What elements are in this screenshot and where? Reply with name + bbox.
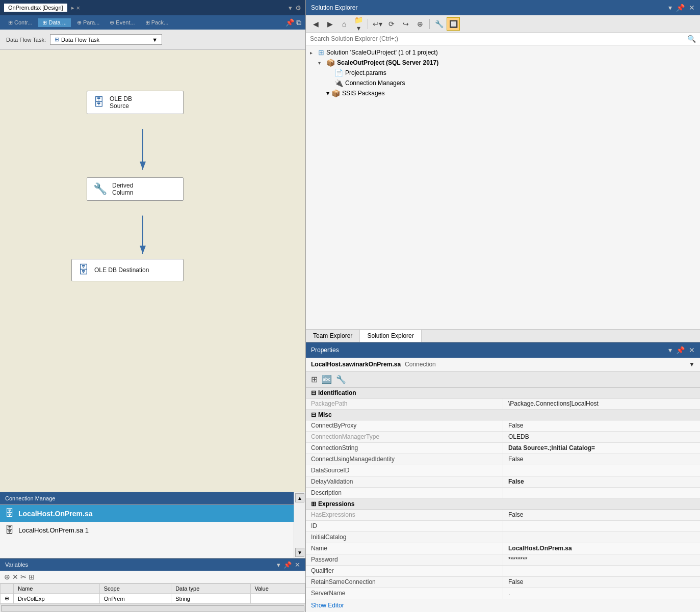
tab-team-explorer[interactable]: Team Explorer: [306, 330, 360, 342]
vars-close-icon[interactable]: ✕: [295, 561, 300, 569]
vars-col-scope: Scope: [99, 584, 171, 594]
sol-close-icon[interactable]: ✕: [689, 4, 695, 12]
conn-scrollbar[interactable]: ▲ ▼: [294, 492, 305, 558]
tree-chevron-packages: ▾: [326, 90, 329, 97]
params-icon: 📄: [334, 69, 343, 77]
sol-forward-btn[interactable]: ▶: [323, 17, 336, 31]
task-select[interactable]: ⊞ Data Flow Task ▼: [50, 34, 162, 45]
props-object-name: LocalHost.sawinarkOnPrem.sa: [311, 361, 401, 368]
db-icon-1: 🗄: [5, 525, 14, 536]
title-bar: OnPrem.dtsx [Design] ▸ × ▾ ⚙: [0, 0, 305, 15]
active-tab-title[interactable]: OnPrem.dtsx [Design]: [4, 4, 67, 12]
node-ole-db-destination[interactable]: 🗄 OLE DB Destination: [71, 259, 184, 281]
tree-root[interactable]: ▸ ⊞ Solution 'ScaleOutProject' (1 of 1 p…: [306, 47, 700, 58]
vars-row-scope: OnPrem: [99, 594, 171, 604]
sol-undo-btn[interactable]: ↩▾: [371, 17, 384, 31]
node-ole-db-source[interactable]: 🗄 OLE DB Source: [87, 91, 184, 114]
props-close-icon[interactable]: ✕: [689, 346, 695, 354]
tab-parameters[interactable]: ⊕ Para...: [73, 18, 103, 27]
design-canvas: 🗄 OLE DB Source 🔧 Derived Column 🗄 OLE D…: [0, 50, 305, 492]
tab-data-flow[interactable]: ⊞ Data ...: [38, 18, 70, 27]
props-title: Properties: [311, 347, 668, 354]
tab-window-icon[interactable]: ⧉: [296, 18, 301, 27]
tab-package-explorer[interactable]: ⊞ Pack...: [141, 18, 173, 27]
props-row-description: Description: [306, 488, 700, 499]
sol-home-btn[interactable]: ⌂: [338, 17, 351, 31]
tab-pin-icon[interactable]: 📌: [286, 18, 294, 27]
sol-pin-icon[interactable]: 📌: [676, 4, 685, 12]
vars-pin-icon[interactable]: ▾: [277, 561, 280, 569]
sol-search[interactable]: 🔍: [306, 33, 700, 45]
tree-item-params[interactable]: 📄 Project.params: [306, 68, 700, 78]
sol-back-btn[interactable]: ◀: [309, 17, 322, 31]
search-input[interactable]: [310, 35, 687, 42]
vars-col-icon: [1, 584, 14, 594]
vars-delete-btn[interactable]: ✕: [12, 573, 18, 581]
tree-item-packages[interactable]: ▾ 📦 SSIS Packages: [306, 88, 700, 98]
section-expr-expand: ⊞: [311, 500, 316, 508]
tab-solution-explorer[interactable]: Solution Explorer: [360, 330, 421, 342]
props-type-dropdown[interactable]: ▼: [689, 361, 695, 368]
properties-panel: Properties ▾ 📌 ✕ LocalHost.sawinarkOnPre…: [306, 342, 700, 612]
sol-copy-btn[interactable]: ⊕: [413, 17, 427, 31]
close-button[interactable]: ×: [76, 4, 81, 12]
design-tab-bar: ⊞ Contr... ⊞ Data ... ⊕ Para... ⊕ Event.…: [0, 15, 305, 30]
node-derived-column[interactable]: 🔧 Derived Column: [87, 177, 184, 201]
dropdown-icon[interactable]: ▾: [289, 4, 292, 12]
tab-icon: ⊞: [145, 19, 150, 26]
sol-title-icons: ▾ 📌 ✕: [668, 4, 695, 12]
settings-icon[interactable]: ⚙: [295, 4, 301, 12]
show-editor-link[interactable]: Show Editor: [311, 602, 344, 609]
section-identification[interactable]: ⊟ Identification: [306, 388, 700, 398]
sol-dropdown-icon[interactable]: ▾: [668, 4, 672, 12]
props-row-connmanid: ConnectUsingManagedIdentity False: [306, 454, 700, 465]
tree-item-connections[interactable]: 🔌 Connection Managers: [306, 78, 700, 88]
tab-icon: ⊞: [42, 19, 47, 26]
vars-row-0[interactable]: ⊕ DrvColExp OnPrem String: [1, 594, 305, 604]
props-row-initialcat: InitialCatalog: [306, 532, 700, 543]
connection-manager-section: Connection Manage 🗄 LocalHost.OnPrem.sa …: [0, 492, 305, 558]
props-settings-btn[interactable]: 🔧: [335, 374, 347, 385]
props-row-qualifier: Qualifier: [306, 566, 700, 577]
sol-tools-btn[interactable]: 🔧: [432, 17, 446, 31]
vars-title-icons: ▾ 📌 ✕: [277, 561, 300, 569]
props-grid-view-btn[interactable]: ⊞: [310, 374, 319, 385]
sol-active-btn[interactable]: 🔲: [447, 17, 460, 31]
scroll-down[interactable]: ▼: [295, 548, 304, 557]
props-row-id: ID: [306, 521, 700, 532]
vars-add-btn[interactable]: ⊕: [4, 573, 10, 581]
conn-item-0[interactable]: 🗄 LocalHost.OnPrem.sa: [0, 505, 294, 522]
vars-scrollbar: [0, 604, 305, 612]
vars-move-btn[interactable]: ✂: [20, 573, 27, 581]
props-row-password: Password ********: [306, 554, 700, 566]
project-icon: 📦: [326, 59, 335, 67]
props-dropdown-icon[interactable]: ▾: [668, 346, 672, 354]
left-panel: OnPrem.dtsx [Design] ▸ × ▾ ⚙ ⊞ Contr... …: [0, 0, 306, 612]
tab-switcher: Team Explorer Solution Explorer: [306, 329, 700, 342]
section-expressions[interactable]: ⊞ Expressions: [306, 499, 700, 510]
props-toolbar: ⊞ 🔤 🔧: [306, 371, 700, 388]
section-misc[interactable]: ⊟ Misc: [306, 410, 700, 420]
vars-grid-btn[interactable]: ⊞: [29, 573, 35, 581]
pin-button[interactable]: ▸: [71, 5, 74, 11]
sol-folder-btn[interactable]: 📁▾: [352, 17, 365, 31]
props-pin-icon[interactable]: 📌: [676, 346, 685, 354]
vars-hscroll-thumb[interactable]: [1, 605, 304, 611]
tree-project[interactable]: ▾ 📦 ScaleOutProject (SQL Server 2017): [306, 58, 700, 68]
props-row-retainsame: RetainSameConnection False: [306, 577, 700, 588]
solution-tree: ▸ ⊞ Solution 'ScaleOutProject' (1 of 1 p…: [306, 45, 700, 329]
props-row-connstring: ConnectionString Data Source=.;Initial C…: [306, 443, 700, 454]
props-header: LocalHost.sawinarkOnPrem.sa Connection ▼: [306, 358, 700, 371]
sol-sync-btn[interactable]: ⟳: [385, 17, 398, 31]
props-row-connmantype: ConnectionManagerType OLEDB: [306, 432, 700, 443]
sol-redo-btn[interactable]: ↪: [399, 17, 412, 31]
conn-item-1[interactable]: 🗄 LocalHost.OnPrem.sa 1: [0, 522, 294, 539]
tab-control-flow[interactable]: ⊞ Contr...: [4, 18, 36, 27]
tab-event-handlers[interactable]: ⊕ Event...: [106, 18, 139, 27]
props-grid: ⊟ Identification PackagePath \Package.Co…: [306, 388, 700, 599]
props-sort-btn[interactable]: 🔤: [321, 374, 333, 385]
scroll-up[interactable]: ▲: [295, 493, 304, 502]
props-row-connectbyproxy: ConnectByProxy False: [306, 420, 700, 432]
vars-dock-icon[interactable]: 📌: [283, 561, 292, 569]
props-row-delayval: DelayValidation False: [306, 476, 700, 488]
